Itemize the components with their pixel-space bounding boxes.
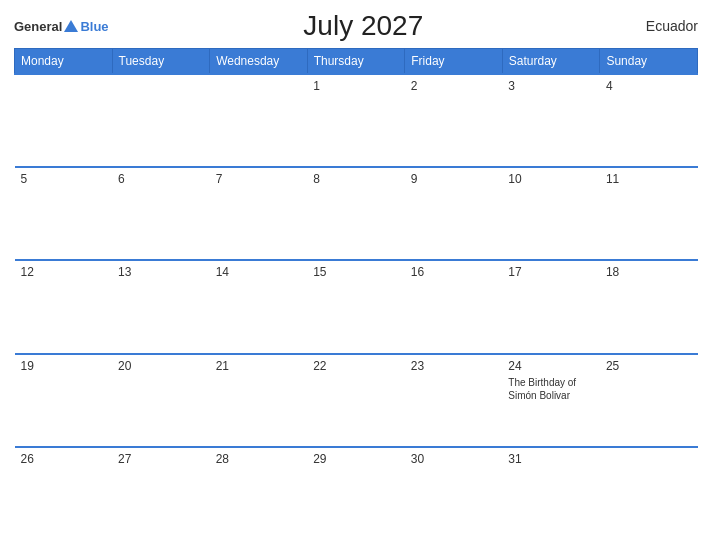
day-number: 5: [21, 172, 107, 186]
header: General Blue July 2027 Ecuador: [14, 10, 698, 42]
col-header-tuesday: Tuesday: [112, 49, 210, 75]
day-number: 31: [508, 452, 594, 466]
col-header-saturday: Saturday: [502, 49, 600, 75]
col-header-wednesday: Wednesday: [210, 49, 308, 75]
week-row-2: 567891011: [15, 167, 698, 260]
day-cell: [112, 74, 210, 167]
logo-blue-text: Blue: [80, 19, 108, 34]
day-number: 26: [21, 452, 107, 466]
col-header-monday: Monday: [15, 49, 113, 75]
day-cell: 1: [307, 74, 405, 167]
day-cell: 3: [502, 74, 600, 167]
logo-general-text: General: [14, 19, 62, 34]
day-number: 18: [606, 265, 692, 279]
day-number: 3: [508, 79, 594, 93]
week-row-4: 192021222324The Birthday of Simón Boliva…: [15, 354, 698, 447]
col-header-sunday: Sunday: [600, 49, 698, 75]
country-label: Ecuador: [618, 18, 698, 34]
day-number: 24: [508, 359, 594, 373]
day-cell: 18: [600, 260, 698, 353]
day-number: 19: [21, 359, 107, 373]
day-number: 6: [118, 172, 204, 186]
col-header-friday: Friday: [405, 49, 503, 75]
day-cell: 26: [15, 447, 113, 540]
day-cell: 7: [210, 167, 308, 260]
day-cell: 15: [307, 260, 405, 353]
day-cell: 23: [405, 354, 503, 447]
week-row-1: 1234: [15, 74, 698, 167]
day-cell: 9: [405, 167, 503, 260]
day-number: 10: [508, 172, 594, 186]
day-number: 30: [411, 452, 497, 466]
col-header-thursday: Thursday: [307, 49, 405, 75]
event-label: The Birthday of Simón Bolivar: [508, 376, 594, 402]
day-cell: 27: [112, 447, 210, 540]
day-number: 2: [411, 79, 497, 93]
logo-triangle-icon: [64, 20, 78, 32]
day-cell: 22: [307, 354, 405, 447]
day-number: 23: [411, 359, 497, 373]
day-cell: 14: [210, 260, 308, 353]
day-cell: 19: [15, 354, 113, 447]
day-cell: 5: [15, 167, 113, 260]
day-cell: 16: [405, 260, 503, 353]
day-cell: 10: [502, 167, 600, 260]
day-number: 16: [411, 265, 497, 279]
day-number: 12: [21, 265, 107, 279]
month-title: July 2027: [109, 10, 618, 42]
day-number: 11: [606, 172, 692, 186]
day-cell: 8: [307, 167, 405, 260]
day-number: 27: [118, 452, 204, 466]
day-number: 22: [313, 359, 399, 373]
week-row-3: 12131415161718: [15, 260, 698, 353]
calendar-header-row: MondayTuesdayWednesdayThursdayFridaySatu…: [15, 49, 698, 75]
day-cell: 20: [112, 354, 210, 447]
day-number: 1: [313, 79, 399, 93]
day-number: 13: [118, 265, 204, 279]
day-number: 8: [313, 172, 399, 186]
day-cell: 17: [502, 260, 600, 353]
day-cell: 6: [112, 167, 210, 260]
logo: General Blue: [14, 19, 109, 34]
day-number: 20: [118, 359, 204, 373]
day-number: 15: [313, 265, 399, 279]
day-cell: 29: [307, 447, 405, 540]
day-cell: 11: [600, 167, 698, 260]
day-cell: 13: [112, 260, 210, 353]
week-row-5: 262728293031: [15, 447, 698, 540]
day-cell: 30: [405, 447, 503, 540]
day-number: 4: [606, 79, 692, 93]
day-cell: [210, 74, 308, 167]
day-cell: 25: [600, 354, 698, 447]
day-cell: 28: [210, 447, 308, 540]
day-number: 7: [216, 172, 302, 186]
day-cell: 31: [502, 447, 600, 540]
day-cell: 2: [405, 74, 503, 167]
day-number: 21: [216, 359, 302, 373]
calendar-page: General Blue July 2027 Ecuador MondayTue…: [0, 0, 712, 550]
day-cell: 24The Birthday of Simón Bolivar: [502, 354, 600, 447]
day-number: 25: [606, 359, 692, 373]
day-cell: [15, 74, 113, 167]
day-number: 9: [411, 172, 497, 186]
day-cell: [600, 447, 698, 540]
day-number: 17: [508, 265, 594, 279]
day-cell: 4: [600, 74, 698, 167]
day-number: 28: [216, 452, 302, 466]
day-cell: 12: [15, 260, 113, 353]
day-number: 29: [313, 452, 399, 466]
day-number: 14: [216, 265, 302, 279]
day-cell: 21: [210, 354, 308, 447]
calendar-table: MondayTuesdayWednesdayThursdayFridaySatu…: [14, 48, 698, 540]
